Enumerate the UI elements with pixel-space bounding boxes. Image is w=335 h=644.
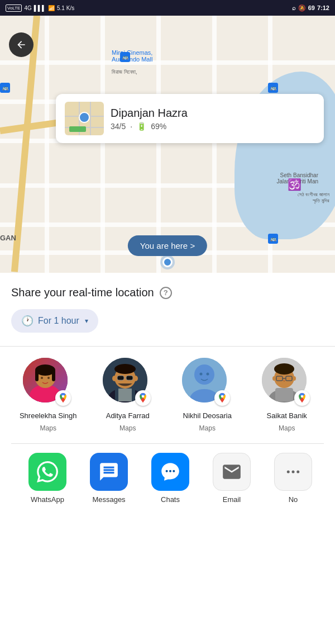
contact-app-saikat: Maps <box>279 424 295 432</box>
svg-point-25 <box>200 373 203 376</box>
contacts-section: Shreelekha Singh Maps <box>11 347 324 443</box>
help-icon[interactable]: ? <box>160 287 172 299</box>
svg-point-9 <box>62 395 65 398</box>
contact-nikhil[interactable]: Nikhil Deosaria Maps <box>170 358 245 432</box>
svg-point-27 <box>221 395 224 398</box>
svg-rect-16 <box>117 376 124 380</box>
meta-dot: · <box>130 122 132 131</box>
maps-badge-saikat <box>294 390 310 406</box>
location-dot <box>162 257 173 267</box>
messages-label: Messages <box>92 495 125 504</box>
app-messages[interactable]: Messages <box>78 453 140 504</box>
messages-icon <box>90 453 128 491</box>
back-button[interactable] <box>9 32 34 57</box>
network-4g: 4G <box>24 5 31 11</box>
chats-label: Chats <box>161 495 180 504</box>
svg-point-38 <box>272 376 276 381</box>
whatsapp-icon <box>28 453 66 491</box>
svg-point-15 <box>114 364 136 374</box>
svg-point-26 <box>207 373 209 376</box>
contact-app-aditya: Maps <box>119 424 136 432</box>
person-name: Dipanjan Hazra <box>111 107 315 120</box>
more-icon <box>274 453 312 491</box>
app-whatsapp[interactable]: WhatsApp <box>17 453 78 504</box>
app-email[interactable]: Email <box>201 453 262 504</box>
contact-avatar-wrap-aditya <box>103 358 153 408</box>
contact-avatar-wrap-saikat <box>262 358 312 408</box>
status-right: ⌕ 🔕 69 7:12 <box>292 4 329 12</box>
you-are-here-label: You are here > <box>140 241 195 250</box>
duration-label: For 1 hour <box>38 316 79 326</box>
user-info-card[interactable]: Dipanjan Hazra 34/5 · 🔋 69% <box>56 94 324 143</box>
contact-name-aditya: Aditya Farrad <box>106 411 150 421</box>
more-label: No <box>289 495 298 504</box>
email-icon <box>213 453 251 491</box>
bus-icon-4: 🚌 <box>268 234 278 244</box>
svg-rect-13 <box>118 389 132 401</box>
volte-badge: VoLTE <box>6 4 22 12</box>
map-label-bengali: মিরাজ সিনেমা, <box>112 69 137 75</box>
status-bar: VoLTE 4G ▌▌▌ 📶 5.1 K/s ⌕ 🔕 69 7:12 <box>0 0 335 16</box>
svg-rect-30 <box>275 388 293 401</box>
chevron-down-icon: ▾ <box>85 317 88 325</box>
bus-icon-1: 🚌 <box>120 52 130 62</box>
wifi-icon: 📶 <box>48 5 55 11</box>
svg-point-43 <box>296 470 299 473</box>
person-rating: 34/5 <box>111 122 126 131</box>
card-thumbnail <box>65 102 104 135</box>
contact-name-saikat: Saikat Banik <box>267 411 307 421</box>
bottom-sheet: Share your real-time location ? 🕐 For 1 … <box>0 273 335 513</box>
contact-avatar-wrap-shreelekha <box>23 358 73 408</box>
app-chats[interactable]: Chats <box>140 453 201 504</box>
speed-indicator: 5.1 K/s <box>57 5 74 11</box>
map-view[interactable]: Miraj Cinemas,Aurobindo Mall মিরাজ সিনেম… <box>0 16 335 273</box>
whatsapp-label: WhatsApp <box>31 495 64 504</box>
app-more[interactable]: No <box>262 453 324 504</box>
status-left: VoLTE 4G ▌▌▌ 📶 5.1 K/s <box>6 4 74 12</box>
bus-icon-3: 🚌 <box>268 83 278 93</box>
svg-rect-17 <box>126 376 133 380</box>
contact-avatar-wrap-nikhil <box>182 358 232 408</box>
temple-icon: 🕉️ <box>288 178 302 191</box>
bus-icon-2: 🚌 <box>0 83 10 93</box>
svg-rect-5 <box>35 370 39 381</box>
svg-point-40 <box>301 395 304 398</box>
contact-app-nikhil: Maps <box>199 424 216 432</box>
maps-badge-nikhil <box>214 390 230 406</box>
contacts-grid: Shreelekha Singh Maps <box>11 358 324 432</box>
maps-badge-shreelekha <box>55 390 71 406</box>
svg-point-23 <box>194 364 214 385</box>
battery-level: 69 <box>308 4 315 11</box>
chats-icon <box>151 453 189 491</box>
share-title-row: Share your real-time location ? <box>11 286 324 299</box>
svg-point-41 <box>287 470 290 473</box>
svg-point-39 <box>293 376 296 381</box>
you-are-here-button[interactable]: You are here > <box>128 235 207 256</box>
back-arrow-icon <box>16 39 27 50</box>
contact-app-shreelekha: Maps <box>40 424 56 432</box>
svg-point-7 <box>41 377 43 379</box>
svg-point-32 <box>274 363 294 375</box>
battery-percent: 69% <box>151 122 166 131</box>
time-display: 7:12 <box>317 4 329 11</box>
card-info: Dipanjan Hazra 34/5 · 🔋 69% <box>111 107 315 131</box>
contact-aditya[interactable]: Aditya Farrad Maps <box>91 358 165 432</box>
map-background: Miraj Cinemas,Aurobindo Mall মিরাজ সিনেম… <box>0 16 335 273</box>
person-meta: 34/5 · 🔋 69% <box>111 122 315 131</box>
svg-point-19 <box>112 376 117 381</box>
signal-bars: ▌▌▌ <box>34 5 46 11</box>
battery-icon: 🔋 <box>137 122 146 131</box>
apps-row: WhatsApp Messages Chats <box>11 444 324 513</box>
share-title: Share your real-time location <box>11 286 154 299</box>
svg-point-20 <box>133 376 138 381</box>
location-status-icon: ⌕ <box>292 4 296 11</box>
contact-name-shreelekha: Shreelekha Singh <box>20 411 77 421</box>
svg-point-8 <box>47 377 50 379</box>
duration-selector[interactable]: 🕐 For 1 hour ▾ <box>11 309 98 333</box>
clock-icon: 🕐 <box>21 315 34 327</box>
email-label: Email <box>223 495 241 504</box>
contact-shreelekha[interactable]: Shreelekha Singh Maps <box>11 358 85 432</box>
svg-point-21 <box>142 395 145 398</box>
contact-saikat[interactable]: Saikat Banik Maps <box>250 358 324 432</box>
contact-name-nikhil: Nikhil Deosaria <box>183 411 232 421</box>
